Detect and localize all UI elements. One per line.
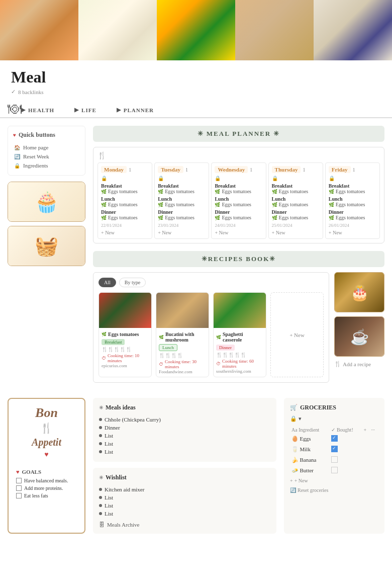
wishlist-label: Wishlist bbox=[106, 474, 127, 481]
friday-count: 1 bbox=[353, 167, 355, 173]
grocery-butter-cell: 🧈 Butter bbox=[290, 465, 330, 476]
lock-icon: 🔒 bbox=[14, 163, 20, 169]
tuesday-add-new[interactable]: + New bbox=[158, 230, 206, 235]
thursday-lock-icon: 🔒 bbox=[272, 176, 320, 181]
filter-by-type[interactable]: By type bbox=[119, 278, 146, 287]
friday-dinner-item: 🌿 Eggs tomatoes bbox=[329, 215, 376, 220]
tuesday-breakfast-item: 🌿 Eggs tomatoes bbox=[158, 189, 206, 194]
recipes-row: All By type 🌿 Eggs tomatoes bbox=[93, 272, 384, 390]
bullet-2 bbox=[99, 426, 102, 429]
milk-checkbox[interactable] bbox=[331, 446, 338, 452]
tuesday-lunch-label: Lunch bbox=[158, 196, 206, 202]
butter-emoji: 🧈 bbox=[291, 467, 299, 473]
grocery-banana-check[interactable] bbox=[330, 455, 362, 465]
recipe-card-1[interactable]: 🌿 Eggs tomatoes Breakfast 🍴🍴🍴🍴🍴 ⏱ Cookin… bbox=[99, 292, 152, 377]
heart-decoration: ♥ bbox=[44, 451, 48, 459]
recipe-card-2[interactable]: 🌿 Bucatini with mushroom Lunch 🍴🍴🍴🍴 ⏱ Co… bbox=[156, 292, 209, 377]
wednesday-lunch-label: Lunch bbox=[215, 196, 262, 202]
grocery-milk-check[interactable] bbox=[330, 444, 362, 455]
recipe-card-3[interactable]: 🌿 Spaghetti casserole Dinner 🍴🍴🍴🍴🍴 ⏱ Coo… bbox=[213, 292, 266, 377]
meals-archive-link[interactable]: 🗄 Meals Archive bbox=[99, 522, 270, 528]
recipe-3-emoji: 🌿 bbox=[216, 335, 221, 340]
thumb-coffee[interactable]: ☕ bbox=[334, 316, 384, 357]
tab-life[interactable]: ▶ LIFE bbox=[64, 103, 107, 117]
tab-planner-arrow: ▶ bbox=[117, 107, 121, 113]
recipe-info-2: 🌿 Bucatini with mushroom Lunch 🍴🍴🍴🍴 ⏱ Co… bbox=[156, 328, 209, 377]
reset-groceries-label: Reset groceries bbox=[298, 487, 328, 493]
sort-arrow: ▾ bbox=[299, 415, 302, 422]
tab-planner[interactable]: ▶ PLANNER bbox=[107, 103, 164, 117]
add-a-recipe-button[interactable]: 🍴 Add a recipe bbox=[334, 361, 384, 367]
sidebar-image-basket: 🧺 bbox=[8, 226, 85, 266]
recipe-3-icon-row: 🌿 Spaghetti casserole bbox=[216, 330, 263, 344]
recipe-2-emoji: 🌿 bbox=[159, 335, 164, 340]
wednesday-add-new[interactable]: + New bbox=[215, 230, 262, 235]
grocery-sort-button[interactable]: 🔒 ▾ bbox=[290, 415, 302, 422]
banana-checkbox[interactable] bbox=[331, 456, 338, 463]
tuesday-dinner-label: Dinner bbox=[158, 209, 206, 215]
recipe-2-icon-row: 🌿 Bucatini with mushroom bbox=[159, 330, 206, 344]
add-recipe-card[interactable]: + New bbox=[270, 292, 324, 377]
recipe-img-pasta bbox=[99, 293, 151, 328]
cart-icon: 🛒 bbox=[290, 404, 298, 411]
grocery-row-butter: 🧈 Butter bbox=[290, 465, 378, 476]
recipes-grid: 🌿 Eggs tomatoes Breakfast 🍴🍴🍴🍴🍴 ⏱ Cookin… bbox=[99, 292, 324, 377]
monday-breakfast-food: Eggs tomatoes bbox=[108, 189, 138, 194]
grocery-eggs-check[interactable] bbox=[330, 434, 362, 444]
content-area: ✳ MEAL PLANNER ✳ 🍴 Monday 1 🔒 Breakfast … bbox=[93, 126, 384, 390]
reset-week-button[interactable]: 🔄 Reset Week bbox=[13, 152, 80, 161]
eggs-checkbox[interactable] bbox=[331, 435, 338, 442]
wishlist-section: ✳ Wishlist Kitchen aid mixer List List L… bbox=[93, 468, 276, 534]
bullet-1 bbox=[99, 418, 102, 421]
backlinks-count[interactable]: 8 backlinks bbox=[18, 89, 43, 95]
wednesday-label: Wednesday bbox=[215, 166, 248, 173]
tuesday-dinner-emoji: 🌿 bbox=[158, 215, 163, 220]
tab-health-arrow: ▶ bbox=[21, 107, 26, 113]
home-page-button[interactable]: 🏠 Home page bbox=[13, 143, 80, 152]
goal-checkbox-2[interactable] bbox=[16, 485, 22, 491]
add-recipe-label: Add a recipe bbox=[343, 361, 371, 367]
wishlist-item-3: List bbox=[99, 501, 270, 510]
clock-icon-2: ⏱ bbox=[159, 362, 163, 367]
wishlist-bullet-3 bbox=[99, 504, 102, 507]
friday-add-new[interactable]: + New bbox=[329, 230, 376, 235]
main-content: ♥ Quick buttons 🏠 Home page 🔄 Reset Week… bbox=[0, 118, 392, 398]
monday-lunch-label: Lunch bbox=[101, 196, 149, 202]
thursday-label: Thursday bbox=[272, 166, 301, 173]
grocery-eggs-cell: 🥚 Eggs bbox=[290, 434, 330, 444]
wednesday-count: 1 bbox=[250, 167, 252, 173]
friday-lunch-emoji: 🌿 bbox=[329, 202, 334, 207]
goal-text-2: Add more proteins. bbox=[24, 485, 63, 491]
thursday-add-new[interactable]: + New bbox=[272, 230, 320, 235]
meal-planner-container: 🍴 Monday 1 🔒 Breakfast 🌿 Eggs tomatoes L… bbox=[93, 147, 384, 243]
recipe-info-3: 🌿 Spaghetti casserole Dinner 🍴🍴🍴🍴🍴 ⏱ Coo… bbox=[214, 328, 266, 376]
monday-add-new[interactable]: + New bbox=[101, 230, 149, 235]
recipe-3-time-text: Cooking time: 60 minutes bbox=[222, 359, 263, 369]
ingredients-button[interactable]: 🔒 Ingredients bbox=[13, 161, 80, 170]
friday-lunch-item: 🌿 Eggs tomatoes bbox=[329, 202, 376, 207]
bottom-middle: ✳ Meals ideas Chhole (Chickpea Curry) Di… bbox=[93, 398, 276, 534]
meals-ideas-title: ✳ Meals ideas bbox=[99, 404, 270, 411]
goal-checkbox-3[interactable] bbox=[16, 493, 22, 498]
add-new-grocery-button[interactable]: + + New bbox=[290, 478, 378, 483]
recipe-1-name: Eggs tomatoes bbox=[108, 331, 139, 337]
thursday-breakfast-item: 🌿 Eggs tomatoes bbox=[272, 189, 320, 194]
grocery-butter-check[interactable] bbox=[330, 465, 362, 476]
wednesday-breakfast-item: 🌿 Eggs tomatoes bbox=[215, 189, 262, 194]
fork-row: 🍴 bbox=[40, 422, 53, 434]
butter-checkbox[interactable] bbox=[331, 467, 338, 473]
sort-emoji: 🔒 bbox=[290, 415, 297, 422]
monday-dinner-food: Eggs tomatoes bbox=[108, 215, 138, 220]
goal-checkbox-1[interactable] bbox=[16, 478, 22, 483]
meals-idea-5: List bbox=[99, 448, 270, 456]
reset-groceries-button[interactable]: 🔄 Reset groceries bbox=[290, 487, 378, 493]
friday-breakfast-item: 🌿 Eggs tomatoes bbox=[329, 189, 376, 194]
goals-title: ♥ GOALS bbox=[16, 469, 77, 475]
goal-item-1: Have balanced meals. bbox=[16, 478, 77, 483]
friday-date: 26/01/2024 bbox=[329, 223, 376, 228]
monday-lunch-food: Eggs tomatoes bbox=[108, 202, 138, 207]
header-img-cake bbox=[78, 0, 157, 60]
thursday-dinner-food: Eggs tomatoes bbox=[279, 215, 309, 220]
filter-all[interactable]: All bbox=[99, 278, 116, 287]
thumb-tiramisu[interactable]: 🎂 bbox=[334, 272, 384, 312]
